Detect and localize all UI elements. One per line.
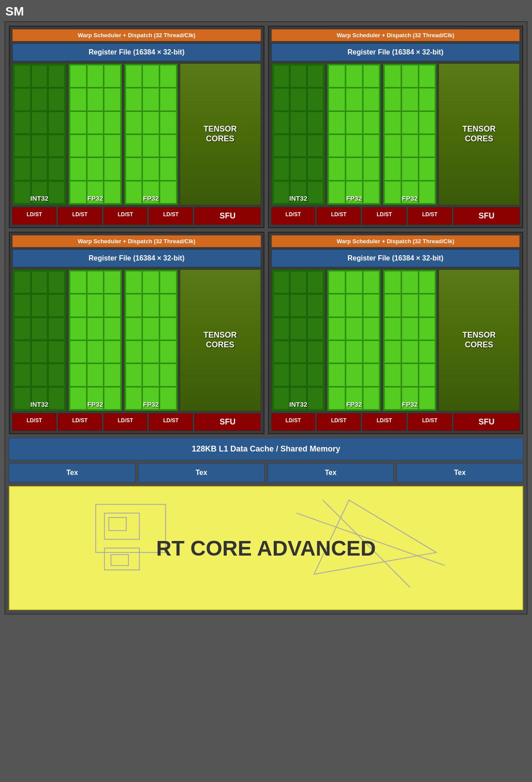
svg-rect-4 xyxy=(111,555,128,566)
tex-btn-3: Tex xyxy=(268,463,394,482)
ldst-btn-1-4: LD/ST xyxy=(149,207,193,225)
tensor-block-2: TENSORCORES xyxy=(439,63,520,205)
fp32-2-block-2: FP32 xyxy=(383,63,437,205)
ldst-btn-1-3: LD/ST xyxy=(104,207,148,225)
ldst-sfu-row-3: LD/STLD/STLD/STLD/STSFU xyxy=(12,413,261,431)
ldst-btn-3-3: LD/ST xyxy=(104,413,148,431)
sub-sm-1: Warp Scheduler + Dispatch (32 Thread/Clk… xyxy=(9,26,264,228)
int32-block-3: INT32 xyxy=(12,269,66,411)
svg-rect-0 xyxy=(96,504,166,552)
ldst-btn-2-3: LD/ST xyxy=(362,207,406,225)
ldst-btn-1-1: LD/ST xyxy=(12,207,56,225)
sub-sm-2: Warp Scheduler + Dispatch (32 Thread/Clk… xyxy=(268,26,524,228)
cores-row-1: INT32 FP32 FP32 TENSORCORES xyxy=(12,63,261,205)
sfu-btn-2: SFU xyxy=(454,207,520,225)
quad-grid: Warp Scheduler + Dispatch (32 Thread/Clk… xyxy=(9,26,523,434)
ldst-btn-2-4: LD/ST xyxy=(408,207,452,225)
warp-scheduler-4: Warp Scheduler + Dispatch (32 Thread/Clk… xyxy=(272,235,520,247)
warp-scheduler-2: Warp Scheduler + Dispatch (32 Thread/Clk… xyxy=(272,29,520,41)
ldst-sfu-row-1: LD/STLD/STLD/STLD/STSFU xyxy=(12,207,261,225)
page-wrapper: SM Warp Scheduler + Dispatch (32 Thread/… xyxy=(4,4,528,615)
sm-title: SM xyxy=(4,4,528,19)
int32-block-2: INT32 xyxy=(272,63,326,205)
register-file-4: Register File (16384 × 32-bit) xyxy=(272,249,520,267)
ldst-btn-3-1: LD/ST xyxy=(12,413,56,431)
ldst-btn-1-2: LD/ST xyxy=(58,207,102,225)
svg-rect-2 xyxy=(109,517,126,531)
sub-sm-4: Warp Scheduler + Dispatch (32 Thread/Clk… xyxy=(268,232,524,434)
rt-core-label: RT CORE ADVANCED xyxy=(156,536,376,560)
fp32-2-block-3: FP32 xyxy=(124,269,178,411)
register-file-1: Register File (16384 × 32-bit) xyxy=(12,43,261,61)
fp32-1-block-1: FP32 xyxy=(68,63,122,205)
sfu-btn-3: SFU xyxy=(194,413,260,431)
ldst-btn-2-2: LD/ST xyxy=(317,207,361,225)
cores-row-2: INT32 FP32 FP32 TENSORCORES xyxy=(272,63,520,205)
tex-btn-4: Tex xyxy=(396,463,523,482)
fp32-1-block-2: FP32 xyxy=(327,63,381,205)
tensor-block-1: TENSORCORES xyxy=(180,63,261,205)
cores-row-3: INT32 FP32 FP32 TENSORCORES xyxy=(12,269,261,411)
cores-row-4: INT32 FP32 FP32 TENSORCORES xyxy=(272,269,520,411)
ldst-btn-3-2: LD/ST xyxy=(58,413,102,431)
warp-scheduler-1: Warp Scheduler + Dispatch (32 Thread/Clk… xyxy=(12,29,261,41)
tensor-block-4: TENSORCORES xyxy=(439,269,520,411)
ldst-btn-2-1: LD/ST xyxy=(272,207,315,225)
rt-core: RT CORE ADVANCED xyxy=(9,486,523,610)
ldst-btn-4-3: LD/ST xyxy=(362,413,406,431)
ldst-sfu-row-4: LD/STLD/STLD/STLD/STSFU xyxy=(272,413,520,431)
fp32-2-block-4: FP32 xyxy=(383,269,437,411)
ldst-btn-4-1: LD/ST xyxy=(272,413,315,431)
fp32-1-block-4: FP32 xyxy=(327,269,381,411)
fp32-1-block-3: FP32 xyxy=(68,269,122,411)
sm-outer: Warp Scheduler + Dispatch (32 Thread/Clk… xyxy=(4,21,528,615)
l1-cache-label: 128KB L1 Data Cache / Shared Memory xyxy=(9,438,523,460)
tex-row: TexTexTexTex xyxy=(9,463,523,482)
tensor-block-3: TENSORCORES xyxy=(180,269,261,411)
int32-block-4: INT32 xyxy=(272,269,326,411)
fp32-2-block-1: FP32 xyxy=(124,63,178,205)
ldst-btn-4-4: LD/ST xyxy=(408,413,452,431)
ldst-btn-4-2: LD/ST xyxy=(317,413,361,431)
int32-block-1: INT32 xyxy=(12,63,66,205)
register-file-2: Register File (16384 × 32-bit) xyxy=(272,43,520,61)
tex-btn-1: Tex xyxy=(9,463,136,482)
sfu-btn-1: SFU xyxy=(194,207,260,225)
bottom-section: 128KB L1 Data Cache / Shared Memory TexT… xyxy=(9,438,523,610)
tex-btn-2: Tex xyxy=(138,463,265,482)
svg-rect-3 xyxy=(105,548,140,570)
sfu-btn-4: SFU xyxy=(454,413,520,431)
ldst-sfu-row-2: LD/STLD/STLD/STLD/STSFU xyxy=(272,207,520,225)
warp-scheduler-3: Warp Scheduler + Dispatch (32 Thread/Clk… xyxy=(12,235,261,247)
ldst-btn-3-4: LD/ST xyxy=(149,413,193,431)
sub-sm-3: Warp Scheduler + Dispatch (32 Thread/Clk… xyxy=(9,232,264,434)
register-file-3: Register File (16384 × 32-bit) xyxy=(12,249,261,267)
